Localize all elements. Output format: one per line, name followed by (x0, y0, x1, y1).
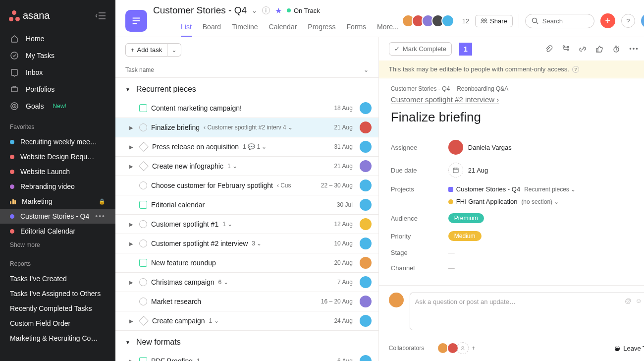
assignee-avatar[interactable] (360, 257, 372, 269)
assignee-avatar[interactable] (360, 315, 372, 327)
project-chip[interactable]: FHI Grant Application (448, 198, 518, 205)
complete-check[interactable] (139, 240, 147, 247)
subtask-icon[interactable] (562, 45, 570, 53)
nav-inbox[interactable]: Inbox (0, 64, 115, 81)
complete-check[interactable] (139, 220, 147, 228)
tab-timeline[interactable]: Timeline (232, 20, 258, 37)
star-icon[interactable]: ★ (275, 6, 282, 15)
report-item[interactable]: Recently Completed Tasks (0, 301, 115, 316)
report-item[interactable]: Custom Field Order (0, 316, 115, 331)
section-header[interactable]: ▼Recurrent pieces (115, 78, 378, 99)
assignee-avatar[interactable] (360, 121, 372, 133)
nav-home[interactable]: Home (0, 30, 115, 47)
project-section[interactable]: (no section) ⌄ (521, 198, 559, 205)
complete-check[interactable] (139, 278, 147, 286)
assignee-avatar[interactable] (360, 141, 372, 153)
complete-check[interactable] (139, 201, 147, 209)
mention-icon[interactable]: @ (625, 297, 631, 304)
complete-check[interactable] (139, 259, 147, 267)
link-icon[interactable] (579, 45, 587, 53)
project-icon[interactable] (125, 10, 147, 32)
help-button[interactable]: ? (621, 14, 635, 28)
complete-check[interactable] (139, 123, 147, 131)
complete-check[interactable] (139, 181, 147, 189)
milestone-icon[interactable] (139, 142, 149, 152)
stage-field[interactable]: — (448, 249, 455, 256)
favorite-item[interactable]: Recruiting weekly mee… (0, 134, 115, 149)
chevron-down-icon[interactable]: ⌄ (252, 7, 257, 14)
emoji-icon[interactable]: ☺ (636, 297, 642, 304)
tab-progress[interactable]: Progress (308, 20, 335, 37)
add-task-dropdown[interactable]: ⌄ (167, 43, 181, 57)
project-section[interactable]: Recurrent pieces ⌄ (524, 186, 576, 193)
assignee-avatar[interactable] (360, 199, 372, 211)
status-pill[interactable]: On Track (287, 7, 320, 14)
chevron-down-icon[interactable]: ⌄ (364, 66, 369, 73)
project-chip[interactable]: Customer Stories - Q4 (448, 185, 520, 193)
user-avatar[interactable] (641, 13, 644, 28)
like-icon[interactable] (595, 45, 603, 53)
task-row[interactable]: ▶PDF Proofing1 ⌄6 Aug (115, 352, 378, 361)
timer-icon[interactable] (612, 45, 620, 53)
favorite-item[interactable]: Rebranding video (0, 179, 115, 194)
more-icon[interactable]: ••• (95, 212, 106, 220)
tab-forms[interactable]: Forms (346, 20, 366, 37)
attachment-icon[interactable] (545, 45, 553, 53)
task-row[interactable]: ▶Finalize briefing‹ Customer spotlight #… (115, 118, 378, 137)
due-date-field[interactable]: 21 Aug (448, 163, 488, 178)
add-collaborator-plus[interactable]: + (472, 345, 475, 352)
task-row[interactable]: Content marketing campaign!18 Aug (115, 99, 378, 118)
task-row[interactable]: Choose customer for February spotlight‹ … (115, 176, 378, 195)
complete-check[interactable] (139, 357, 147, 361)
task-row[interactable]: Market research16 – 20 Aug (115, 292, 378, 311)
collapse-sidebar-icon[interactable] (96, 12, 107, 20)
tab-board[interactable]: Board (203, 20, 221, 37)
task-title[interactable]: Finalize briefing (391, 110, 644, 125)
nav-portfolios[interactable]: Portfolios (0, 81, 115, 98)
breadcrumb[interactable]: Customer Stories - Q4 (391, 85, 450, 92)
favorite-item[interactable]: Marketing🔒 (0, 194, 115, 209)
task-row[interactable]: ▶Press release on acquisition1 💬 1 ⌄31 A… (115, 137, 378, 157)
logo[interactable]: asana (9, 10, 50, 21)
assignee-avatar[interactable] (360, 355, 372, 361)
assignee-avatar[interactable] (360, 296, 372, 307)
tab-calendar[interactable]: Calendar (269, 20, 297, 37)
task-row[interactable]: ▶Customer spotlight #11 ⌄12 Aug (115, 215, 378, 234)
audience-pill[interactable]: Premium (448, 213, 484, 223)
nav-goals[interactable]: GoalsNew! (0, 98, 115, 115)
assignee-avatar[interactable] (360, 238, 372, 249)
quick-add-button[interactable]: + (600, 13, 615, 28)
more-icon[interactable]: ••• (629, 45, 639, 53)
task-row[interactable]: ▶Create campaign1 ⌄24 Aug (115, 311, 378, 331)
favorite-item[interactable]: Editorial Calendar (0, 224, 115, 239)
task-row[interactable]: ▶Christmas campaign6 ⌄7 Aug (115, 273, 378, 292)
project-title[interactable]: Customer Stories - Q4 (153, 5, 247, 16)
info-icon[interactable]: i (262, 6, 270, 14)
tab-list[interactable]: List (181, 20, 192, 37)
comment-input[interactable]: Ask a question or post an update… @ ☺ ✦ (410, 293, 644, 330)
task-row[interactable]: Editorial calendar30 Jul (115, 195, 378, 215)
assignee-avatar[interactable] (360, 160, 372, 172)
search-input[interactable]: Search (525, 14, 594, 28)
tab-more[interactable]: More... (377, 20, 399, 37)
milestone-icon[interactable] (139, 316, 149, 326)
add-task-button[interactable]: + Add task (125, 43, 167, 57)
priority-pill[interactable]: Medium (448, 231, 482, 241)
leave-task-button[interactable]: Leave Task (614, 345, 644, 352)
complete-check[interactable] (139, 104, 147, 112)
milestone-icon[interactable] (139, 161, 149, 171)
task-row[interactable]: ▶Customer spotlight #2 interview3 ⌄10 Au… (115, 234, 378, 253)
add-collaborator[interactable] (457, 342, 469, 354)
task-row[interactable]: ▶Create new infographic1 ⌄21 Aug (115, 157, 378, 176)
assignee-avatar[interactable] (360, 180, 372, 191)
show-more[interactable]: Show more (0, 239, 115, 251)
favorite-item[interactable]: Website Design Requ… (0, 149, 115, 164)
member-avatars[interactable] (405, 14, 454, 27)
favorite-item[interactable]: Website Launch (0, 164, 115, 179)
report-item[interactable]: Tasks I've Created (0, 271, 115, 286)
report-item[interactable]: Marketing & Recruiting Co… (0, 331, 115, 346)
section-header[interactable]: ▼New formats (115, 331, 378, 352)
share-button[interactable]: Share (475, 15, 513, 27)
task-row[interactable]: New feature roundup20 Aug (115, 253, 378, 273)
mark-complete-button[interactable]: ✓ Mark Complete (389, 42, 452, 56)
